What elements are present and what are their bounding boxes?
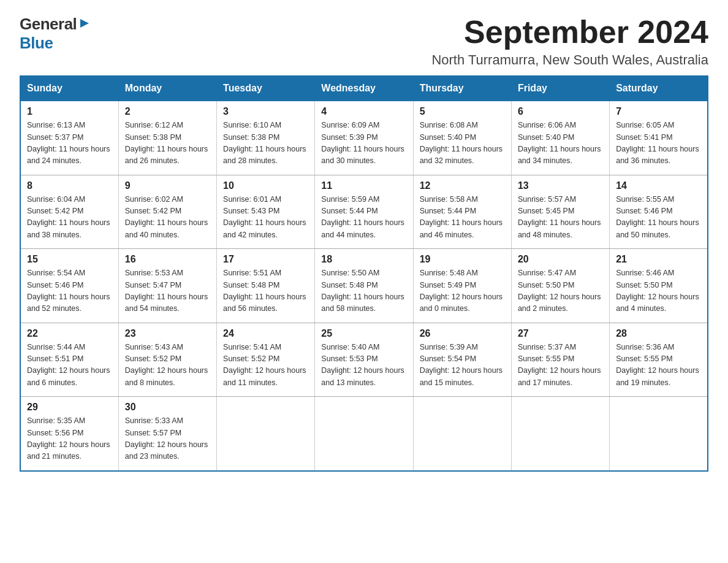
day-detail-line: and 6 minutes. bbox=[27, 377, 112, 389]
table-row: 2Sunrise: 6:12 AMSunset: 5:38 PMDaylight… bbox=[118, 101, 216, 175]
day-info: Sunrise: 5:50 AMSunset: 5:48 PMDaylight:… bbox=[321, 267, 406, 315]
day-detail-line: and 50 minutes. bbox=[616, 229, 701, 241]
day-detail-line: Sunrise: 5:37 AM bbox=[518, 342, 603, 353]
table-row: 19Sunrise: 5:48 AMSunset: 5:49 PMDayligh… bbox=[413, 249, 511, 323]
day-detail-line: Daylight: 11 hours hours bbox=[223, 217, 308, 229]
day-detail-line: Sunrise: 5:44 AM bbox=[27, 342, 112, 353]
day-detail-line: Daylight: 12 hours hours bbox=[616, 291, 701, 303]
day-detail-line: Sunrise: 5:36 AM bbox=[616, 342, 701, 353]
day-detail-line: Daylight: 12 hours hours bbox=[27, 365, 112, 377]
day-detail-line: and 23 minutes. bbox=[125, 451, 210, 462]
day-detail-line: Sunrise: 6:13 AM bbox=[27, 120, 112, 131]
day-detail-line: and 26 minutes. bbox=[125, 155, 210, 167]
day-detail-line: and 8 minutes. bbox=[125, 377, 210, 389]
day-info: Sunrise: 6:10 AMSunset: 5:38 PMDaylight:… bbox=[223, 120, 308, 167]
day-detail-line: and 34 minutes. bbox=[518, 155, 603, 167]
header-wednesday: Wednesday bbox=[315, 76, 413, 101]
calendar-week-row: 1Sunrise: 6:13 AMSunset: 5:37 PMDaylight… bbox=[20, 101, 708, 175]
day-number: 1 bbox=[27, 106, 112, 117]
day-detail-line: Sunset: 5:47 PM bbox=[125, 280, 210, 291]
day-detail-line: Sunset: 5:42 PM bbox=[125, 205, 210, 217]
header-saturday: Saturday bbox=[610, 76, 708, 101]
day-detail-line: Sunrise: 5:53 AM bbox=[125, 267, 210, 279]
day-number: 14 bbox=[616, 180, 701, 191]
day-number: 6 bbox=[518, 106, 603, 117]
day-detail-line: Sunrise: 6:10 AM bbox=[223, 120, 308, 131]
table-row: 28Sunrise: 5:36 AMSunset: 5:55 PMDayligh… bbox=[610, 323, 708, 397]
day-number: 2 bbox=[125, 106, 210, 117]
day-detail-line: and 17 minutes. bbox=[518, 377, 603, 389]
day-number: 28 bbox=[616, 328, 701, 339]
day-number: 12 bbox=[420, 180, 505, 191]
table-row: 18Sunrise: 5:50 AMSunset: 5:48 PMDayligh… bbox=[315, 249, 413, 323]
day-detail-line: Daylight: 12 hours hours bbox=[223, 365, 308, 377]
day-detail-line: and 52 minutes. bbox=[27, 303, 112, 315]
day-detail-line: and 15 minutes. bbox=[420, 377, 505, 389]
day-detail-line: Sunset: 5:56 PM bbox=[27, 427, 112, 439]
day-number: 4 bbox=[321, 106, 406, 117]
weekday-header-row: Sunday Monday Tuesday Wednesday Thursday… bbox=[20, 76, 708, 101]
svg-marker-0 bbox=[80, 19, 89, 28]
table-row: 9Sunrise: 6:02 AMSunset: 5:42 PMDaylight… bbox=[118, 175, 216, 249]
day-info: Sunrise: 6:13 AMSunset: 5:37 PMDaylight:… bbox=[27, 120, 112, 167]
table-row: 20Sunrise: 5:47 AMSunset: 5:50 PMDayligh… bbox=[511, 249, 609, 323]
logo-triangle-icon bbox=[78, 17, 91, 30]
calendar-week-row: 15Sunrise: 5:54 AMSunset: 5:46 PMDayligh… bbox=[20, 249, 708, 323]
day-number: 17 bbox=[223, 254, 308, 265]
day-detail-line: Daylight: 12 hours hours bbox=[518, 365, 603, 377]
day-info: Sunrise: 5:40 AMSunset: 5:53 PMDaylight:… bbox=[321, 342, 406, 389]
table-row: 30Sunrise: 5:33 AMSunset: 5:57 PMDayligh… bbox=[118, 397, 216, 471]
day-info: Sunrise: 5:53 AMSunset: 5:47 PMDaylight:… bbox=[125, 267, 210, 315]
header-tuesday: Tuesday bbox=[217, 76, 315, 101]
day-detail-line: Sunrise: 6:04 AM bbox=[27, 194, 112, 205]
day-detail-line: and 19 minutes. bbox=[616, 377, 701, 389]
day-detail-line: Daylight: 11 hours hours bbox=[518, 217, 603, 229]
table-row: 10Sunrise: 6:01 AMSunset: 5:43 PMDayligh… bbox=[217, 175, 315, 249]
day-number: 22 bbox=[27, 328, 112, 339]
day-detail-line: and 58 minutes. bbox=[321, 303, 406, 315]
day-detail-line: Daylight: 11 hours hours bbox=[321, 144, 406, 155]
day-number: 24 bbox=[223, 328, 308, 339]
day-detail-line: Sunrise: 5:40 AM bbox=[321, 342, 406, 353]
day-number: 20 bbox=[518, 254, 603, 265]
day-detail-line: Sunrise: 6:02 AM bbox=[125, 194, 210, 205]
day-detail-line: Sunset: 5:42 PM bbox=[27, 205, 112, 217]
header-friday: Friday bbox=[511, 76, 609, 101]
day-detail-line: Sunset: 5:55 PM bbox=[518, 353, 603, 365]
table-row: 1Sunrise: 6:13 AMSunset: 5:37 PMDaylight… bbox=[20, 101, 118, 175]
day-info: Sunrise: 6:02 AMSunset: 5:42 PMDaylight:… bbox=[125, 194, 210, 242]
day-detail-line: Daylight: 12 hours hours bbox=[125, 365, 210, 377]
day-detail-line: Sunrise: 5:39 AM bbox=[420, 342, 505, 353]
day-detail-line: Sunset: 5:45 PM bbox=[518, 205, 603, 217]
day-detail-line: Daylight: 11 hours hours bbox=[27, 144, 112, 155]
day-number: 5 bbox=[420, 106, 505, 117]
day-number: 21 bbox=[616, 254, 701, 265]
day-number: 30 bbox=[125, 402, 210, 413]
day-detail-line: Sunset: 5:37 PM bbox=[27, 132, 112, 144]
day-detail-line: Sunrise: 5:33 AM bbox=[125, 415, 210, 427]
day-info: Sunrise: 6:05 AMSunset: 5:41 PMDaylight:… bbox=[616, 120, 701, 167]
calendar-week-row: 22Sunrise: 5:44 AMSunset: 5:51 PMDayligh… bbox=[20, 323, 708, 397]
day-info: Sunrise: 5:36 AMSunset: 5:55 PMDaylight:… bbox=[616, 342, 701, 389]
day-detail-line: Sunset: 5:52 PM bbox=[223, 353, 308, 365]
table-row: 27Sunrise: 5:37 AMSunset: 5:55 PMDayligh… bbox=[511, 323, 609, 397]
day-detail-line: Sunset: 5:43 PM bbox=[223, 205, 308, 217]
day-detail-line: Sunrise: 5:48 AM bbox=[420, 267, 505, 279]
day-info: Sunrise: 6:06 AMSunset: 5:40 PMDaylight:… bbox=[518, 120, 603, 167]
table-row: 29Sunrise: 5:35 AMSunset: 5:56 PMDayligh… bbox=[20, 397, 118, 471]
table-row: 24Sunrise: 5:41 AMSunset: 5:52 PMDayligh… bbox=[217, 323, 315, 397]
day-detail-line: Sunrise: 5:35 AM bbox=[27, 415, 112, 427]
day-number: 7 bbox=[616, 106, 701, 117]
day-number: 3 bbox=[223, 106, 308, 117]
day-number: 23 bbox=[125, 328, 210, 339]
day-number: 18 bbox=[321, 254, 406, 265]
day-detail-line: Daylight: 12 hours hours bbox=[125, 439, 210, 451]
day-detail-line: Daylight: 11 hours hours bbox=[125, 291, 210, 303]
day-detail-line: Daylight: 11 hours hours bbox=[125, 144, 210, 155]
table-row: 25Sunrise: 5:40 AMSunset: 5:53 PMDayligh… bbox=[315, 323, 413, 397]
day-info: Sunrise: 5:41 AMSunset: 5:52 PMDaylight:… bbox=[223, 342, 308, 389]
day-detail-line: Daylight: 12 hours hours bbox=[321, 365, 406, 377]
day-detail-line: Sunset: 5:41 PM bbox=[616, 132, 701, 144]
day-info: Sunrise: 6:01 AMSunset: 5:43 PMDaylight:… bbox=[223, 194, 308, 242]
day-detail-line: Daylight: 11 hours hours bbox=[223, 144, 308, 155]
